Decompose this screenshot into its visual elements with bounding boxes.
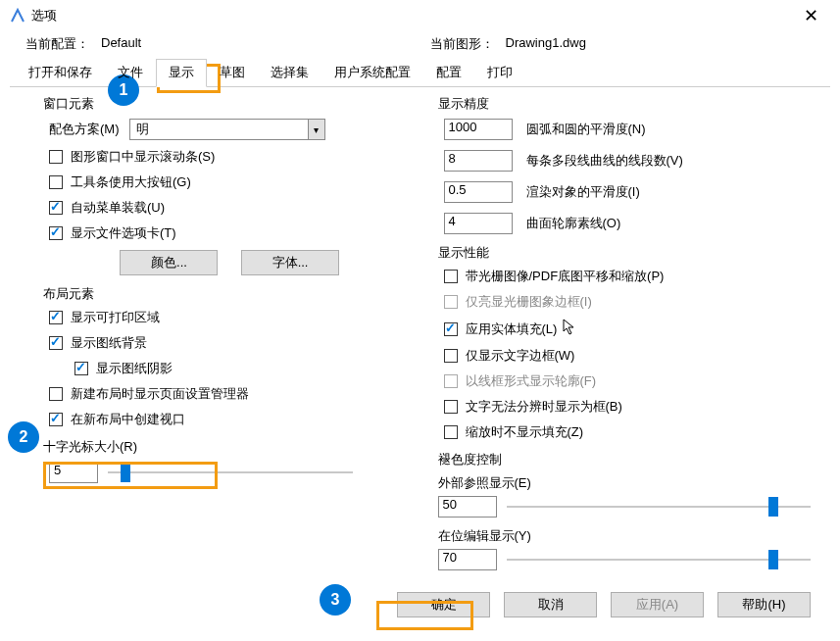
- raster-pan-zoom-checkbox[interactable]: [444, 270, 458, 283]
- viewport-checkbox[interactable]: [49, 413, 63, 426]
- tab-bar: 打开和保存 文件 显示 草图 选择集 用户系统配置 配置 打印: [0, 59, 840, 87]
- render-smoothness-input[interactable]: 0.5: [444, 181, 513, 203]
- solid-fill-checkbox[interactable]: [444, 322, 458, 336]
- close-button[interactable]: ✕: [791, 0, 830, 31]
- paper-bg-checkbox[interactable]: [49, 336, 63, 350]
- text-frame-checkbox[interactable]: [444, 349, 458, 363]
- xref-fade-slider[interactable]: [507, 497, 812, 517]
- text-as-box-checkbox[interactable]: [444, 400, 458, 414]
- highlight-raster-checkbox: [444, 295, 458, 309]
- inplace-label: 在位编辑显示(Y): [438, 527, 821, 545]
- crosshair-input[interactable]: 5: [49, 462, 98, 483]
- xref-label: 外部参照显示(E): [438, 474, 821, 492]
- tab-display[interactable]: 显示: [156, 59, 207, 87]
- scrollbar-checkbox[interactable]: [49, 150, 63, 164]
- cursor-icon: [563, 319, 576, 339]
- crosshair-label: 十字光标大小(R): [43, 438, 411, 456]
- window-elements-group: 窗口元素: [43, 95, 411, 113]
- drawing-value: Drawing1.dwg: [506, 35, 586, 53]
- drawing-label: 当前图形：: [430, 35, 494, 53]
- display-performance-group: 显示性能: [438, 244, 821, 262]
- tab-selection[interactable]: 选择集: [258, 59, 321, 87]
- tab-print[interactable]: 打印: [474, 59, 525, 87]
- page-setup-checkbox[interactable]: [49, 387, 63, 401]
- help-button[interactable]: 帮助(H): [717, 592, 811, 617]
- apply-button: 应用(A): [611, 592, 704, 617]
- tab-draft[interactable]: 草图: [207, 59, 258, 87]
- arc-smoothness-input[interactable]: 1000: [444, 119, 513, 140]
- big-buttons-checkbox[interactable]: [49, 175, 63, 189]
- font-button[interactable]: 字体...: [241, 250, 339, 275]
- fade-control-group: 褪色度控制: [438, 451, 821, 468]
- tab-open-save[interactable]: 打开和保存: [16, 59, 105, 87]
- config-value: Default: [101, 35, 141, 53]
- crosshair-slider[interactable]: [108, 463, 353, 482]
- color-scheme-select[interactable]: 明 ▾: [129, 119, 325, 140]
- zoom-no-fill-checkbox[interactable]: [444, 425, 458, 439]
- wireframe-checkbox: [444, 374, 458, 388]
- polyline-segments-input[interactable]: 8: [444, 150, 513, 172]
- inplace-fade-input[interactable]: 70: [438, 549, 497, 570]
- tab-user-prefs[interactable]: 用户系统配置: [321, 59, 423, 87]
- inplace-fade-slider[interactable]: [507, 550, 812, 569]
- ok-button[interactable]: 确定: [397, 592, 490, 617]
- tab-config[interactable]: 配置: [423, 59, 474, 87]
- chevron-down-icon: ▾: [308, 119, 325, 140]
- color-button[interactable]: 颜色...: [120, 250, 218, 275]
- paper-shadow-checkbox[interactable]: [74, 362, 88, 375]
- printable-area-checkbox[interactable]: [49, 311, 63, 324]
- file-tab-checkbox[interactable]: [49, 226, 63, 240]
- config-label: 当前配置：: [25, 35, 89, 53]
- surface-contour-input[interactable]: 4: [444, 213, 513, 234]
- window-title: 选项: [31, 7, 791, 25]
- display-precision-group: 显示精度: [438, 95, 821, 113]
- color-scheme-label: 配色方案(M): [49, 121, 120, 138]
- auto-menu-checkbox[interactable]: [49, 201, 63, 215]
- tab-file[interactable]: 文件: [105, 59, 156, 87]
- xref-fade-input[interactable]: 50: [438, 496, 497, 518]
- cancel-button[interactable]: 取消: [504, 592, 597, 617]
- app-icon: [10, 8, 25, 24]
- layout-elements-group: 布局元素: [43, 285, 411, 303]
